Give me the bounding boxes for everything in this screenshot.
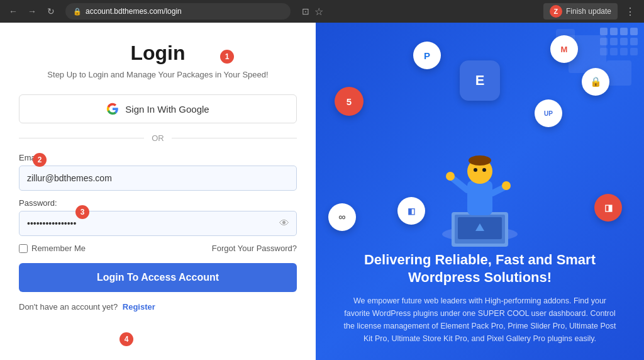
google-signin-button[interactable]: Sign In With Google bbox=[19, 94, 297, 123]
url-bar[interactable]: 🔒 account.bdthemes.com/login bbox=[65, 3, 291, 20]
plugin-icon-e: E bbox=[460, 60, 500, 101]
right-content: Delivering Reliable, Fast and Smart Word… bbox=[341, 251, 618, 345]
divider-line-right bbox=[172, 138, 297, 138]
login-title: Login bbox=[130, 42, 185, 65]
divider-line-left bbox=[19, 138, 144, 138]
annotation-3: 3 bbox=[75, 205, 89, 219]
cast-icon[interactable]: ⊡ bbox=[302, 6, 309, 16]
main-content: 1 2 3 4 Login Step Up to Login and Manag… bbox=[0, 23, 644, 360]
plugin-icon-up: UP bbox=[535, 99, 562, 127]
toggle-password-icon[interactable]: 👁 bbox=[279, 218, 289, 229]
url-text: account.bdthemes.com/login bbox=[86, 7, 283, 16]
register-section: Don't have an account yet? Register bbox=[19, 302, 297, 312]
svg-point-7 bbox=[469, 155, 491, 166]
password-label: Password: bbox=[19, 198, 297, 208]
right-panel: P M 5 E 🔒 ∞ ◧ bbox=[316, 23, 644, 360]
svg-point-13 bbox=[502, 181, 511, 190]
login-subtitle: Step Up to Login and Manage Your Package… bbox=[47, 70, 268, 79]
email-field-container: Email: bbox=[19, 153, 297, 191]
annotation-1: 1 bbox=[220, 50, 234, 64]
forgot-password-link[interactable]: Forgot Your Password? bbox=[212, 244, 297, 253]
svg-line-10 bbox=[452, 177, 467, 190]
browser-menu-button[interactable]: ⋮ bbox=[623, 6, 638, 18]
svg-point-8 bbox=[474, 168, 477, 172]
back-button[interactable]: ← bbox=[6, 4, 20, 18]
password-wrapper: 👁 bbox=[19, 211, 297, 236]
or-divider: OR bbox=[19, 133, 297, 143]
annotation-4: 4 bbox=[119, 332, 133, 346]
lock-icon: 🔒 bbox=[73, 8, 82, 16]
annotation-2: 2 bbox=[33, 153, 47, 167]
finish-update-label: Finish update bbox=[566, 7, 611, 16]
login-panel: 1 2 3 4 Login Step Up to Login and Manag… bbox=[0, 23, 316, 360]
svg-point-9 bbox=[482, 168, 486, 172]
user-avatar: Z bbox=[550, 5, 562, 18]
login-button[interactable]: Login To Access Account bbox=[19, 263, 297, 292]
password-field-container: Password: 👁 bbox=[19, 198, 297, 236]
or-text: OR bbox=[152, 133, 164, 143]
plugin-icon-copy: ◧ bbox=[397, 197, 425, 225]
email-label: Email: bbox=[19, 153, 297, 162]
plugin-icon-arrow: ◨ bbox=[594, 194, 622, 222]
svg-rect-5 bbox=[467, 181, 492, 215]
register-text: Don't have an account yet? bbox=[19, 302, 118, 312]
password-input[interactable] bbox=[19, 211, 297, 236]
star-icon[interactable]: ☆ bbox=[314, 6, 323, 18]
remember-me-label: Remember Me bbox=[19, 244, 86, 253]
plugin-icon-infinity: ∞ bbox=[328, 203, 356, 231]
reload-button[interactable]: ↻ bbox=[44, 4, 58, 18]
svg-point-11 bbox=[446, 172, 455, 181]
right-panel-title: Delivering Reliable, Fast and Smart Word… bbox=[341, 251, 618, 287]
plugin-icon-p: P bbox=[413, 42, 441, 69]
browser-icons: ⊡ ☆ bbox=[302, 6, 323, 18]
email-input[interactable] bbox=[19, 166, 297, 191]
right-panel-description: We empower future web leaders with High-… bbox=[341, 295, 618, 345]
plugin-icon-lock: 🔒 bbox=[582, 68, 609, 96]
remember-me-checkbox[interactable] bbox=[19, 244, 28, 253]
form-options: Remember Me Forgot Your Password? bbox=[19, 244, 297, 253]
finish-update-button[interactable]: Z Finish update bbox=[543, 3, 618, 20]
register-link[interactable]: Register bbox=[123, 302, 155, 312]
google-icon bbox=[106, 103, 119, 115]
plugin-icon-m: M bbox=[550, 35, 578, 63]
browser-chrome: ← → ↻ 🔒 account.bdthemes.com/login ⊡ ☆ Z… bbox=[0, 0, 644, 23]
google-btn-label: Sign In With Google bbox=[125, 104, 209, 115]
plugin-icon-s: 5 bbox=[335, 87, 364, 116]
person-illustration bbox=[433, 137, 527, 250]
forward-button[interactable]: → bbox=[25, 4, 39, 18]
